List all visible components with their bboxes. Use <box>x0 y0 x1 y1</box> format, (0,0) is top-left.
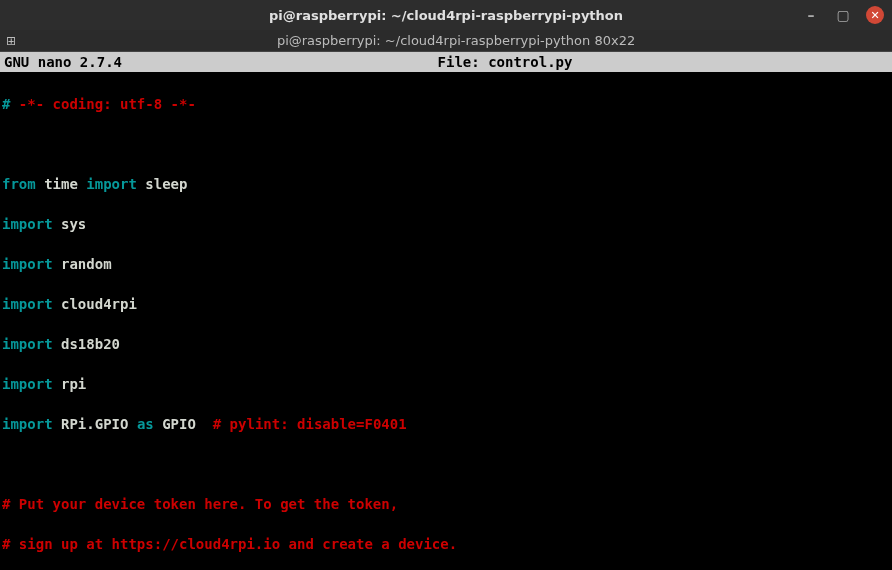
code-token: import <box>2 416 53 432</box>
code-token: import <box>2 336 53 352</box>
code-token: import <box>2 256 53 272</box>
code-token: cloud4rpi <box>53 296 137 312</box>
window-titlebar: pi@raspberrypi: ~/cloud4rpi-raspberrypi-… <box>0 0 892 30</box>
code-token: from <box>2 176 36 192</box>
window-controls: – ▢ ✕ <box>802 6 884 24</box>
code-token: ds18b20 <box>53 336 120 352</box>
code-token: random <box>53 256 112 272</box>
maximize-button[interactable]: ▢ <box>834 6 852 24</box>
minimize-button[interactable]: – <box>802 6 820 24</box>
tab-bar: ⊞ pi@raspberrypi: ~/cloud4rpi-raspberryp… <box>0 30 892 52</box>
code-token: as <box>137 416 154 432</box>
code-token: sleep <box>137 176 188 192</box>
code-token: sys <box>53 216 87 232</box>
code-token: import <box>2 376 53 392</box>
terminal[interactable]: GNU nano 2.7.4 File: control.py # -*- co… <box>0 52 892 570</box>
code-token: import <box>2 296 53 312</box>
code-token: time <box>36 176 87 192</box>
code-token: # sign up at https://cloud4rpi.io and cr… <box>2 536 457 552</box>
code-token: -*- coding: utf-8 -*- <box>10 96 195 112</box>
tab-title: pi@raspberrypi: ~/cloud4rpi-raspberrypi-… <box>26 33 886 48</box>
split-icon[interactable]: ⊞ <box>6 34 16 48</box>
editor-content[interactable]: # -*- coding: utf-8 -*- from time import… <box>0 72 892 570</box>
nano-app-name: GNU nano 2.7.4 <box>4 52 122 72</box>
window-title: pi@raspberrypi: ~/cloud4rpi-raspberrypi-… <box>269 8 623 23</box>
code-token: RPi.GPIO <box>53 416 137 432</box>
code-token: # pylint: disable=F0401 <box>213 416 407 432</box>
close-button[interactable]: ✕ <box>866 6 884 24</box>
nano-file-label: File: control.py <box>122 52 888 72</box>
code-token: import <box>86 176 137 192</box>
nano-header: GNU nano 2.7.4 File: control.py <box>0 52 892 72</box>
code-token: # Put your device token here. To get the… <box>2 496 398 512</box>
code-token: rpi <box>53 376 87 392</box>
code-token: import <box>2 216 53 232</box>
code-token: GPIO <box>154 416 213 432</box>
